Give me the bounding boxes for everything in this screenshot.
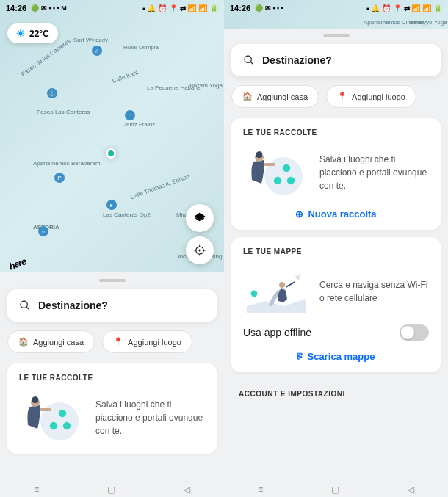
status-time: 14:26 <box>230 4 250 12</box>
screen-map-view: Surf Wyjazdy Hotel Olimpia Calle Kant La… <box>0 0 224 497</box>
svg-point-10 <box>279 282 285 288</box>
home-icon: 🏠 <box>242 92 253 101</box>
home-icon: 🏠 <box>18 337 29 347</box>
svg-rect-5 <box>40 408 51 411</box>
locate-button[interactable] <box>186 236 214 264</box>
search-placeholder: Destinazione? <box>38 300 108 311</box>
poi-marker[interactable]: ▸ <box>106 200 117 210</box>
layers-button[interactable] <box>186 204 214 232</box>
add-place-chip[interactable]: 📍 Aggiungi luogo <box>102 330 192 353</box>
recent-apps-button[interactable]: ≡ <box>34 485 39 495</box>
status-time: 14:26 <box>6 4 26 12</box>
crosshair-icon <box>193 244 206 257</box>
add-home-chip[interactable]: 🏠 Aggiungi casa <box>231 85 319 108</box>
my-location-dot[interactable] <box>106 148 116 159</box>
back-button[interactable]: ◁ <box>184 485 190 495</box>
pin-icon: 📍 <box>113 337 123 347</box>
poi-label: Amaryyo Yoga <box>409 19 447 26</box>
section-title: LE TUE RACCOLTE <box>19 374 205 382</box>
expanded-sheet[interactable]: Destinazione? 🏠 Aggiungi casa 📍 Aggiungi… <box>224 29 448 482</box>
section-title: LE TUE RACCOLTE <box>243 128 429 137</box>
action-label: Scarica mappe <box>308 351 375 362</box>
road-label: Calle Kant <box>112 69 140 84</box>
screen-expanded-sheet: Apartamentos Cinemas Amaryyo Yoga 14:26 … <box>224 0 448 497</box>
status-bar: 14:26 🟢 ✉ ▪ ▪ • ▪ 🔔 ⏰ 📍 ⇄ 📶 📶 🔋 <box>224 0 448 16</box>
search-bar[interactable]: Destinazione? <box>7 289 217 322</box>
poi-marker[interactable]: ⌂ <box>38 226 48 236</box>
svg-point-3 <box>40 402 79 440</box>
shortcut-chips: 🏠 Aggiungi casa 📍 Aggiungi luogo <box>0 330 224 363</box>
download-map-icon: ⎘ <box>297 351 303 362</box>
chip-label: Aggiungi casa <box>257 92 308 101</box>
search-icon <box>19 300 31 311</box>
action-label: Nuova raccolta <box>308 208 376 220</box>
poi-marker[interactable]: ⌂ <box>125 110 135 120</box>
status-system-icons: ▪ 🔔 ⏰ 📍 ⇄ 📶 📶 🔋 <box>366 4 442 12</box>
svg-point-1 <box>199 250 201 252</box>
poi-label: Apartamentos Beraberam <box>33 160 101 167</box>
status-app-icons: 🟢 ✉ ▪ ▪ • <box>255 4 283 12</box>
svg-rect-9 <box>264 163 275 166</box>
collections-section: LE TUE RACCOLTE Salva i luoghi che ti pi… <box>231 118 441 230</box>
status-system-icons: ▪ 🔔 ⏰ 📍 ⇄ 📶 📶 🔋 <box>142 4 218 12</box>
collections-illustration <box>19 392 85 443</box>
poi-label: Jainz Frainz <box>123 121 155 128</box>
account-section-title: ACCOUNT E IMPOSTAZIONI <box>224 380 448 404</box>
chip-label: Aggiungi casa <box>33 338 84 347</box>
chip-label: Aggiungi luogo <box>128 338 181 347</box>
drag-handle[interactable] <box>323 34 350 37</box>
android-nav-bar: ≡ ▢ ◁ <box>0 482 224 497</box>
drag-handle[interactable] <box>99 279 126 282</box>
collections-section: LE TUE RACCOLTE Salva i luoghi che ti pi… <box>7 363 217 454</box>
poi-marker[interactable]: ⚓ <box>47 88 57 98</box>
recent-apps-button[interactable]: ≡ <box>258 485 263 495</box>
collections-illustration <box>243 147 309 198</box>
pin-icon: 📍 <box>337 92 347 101</box>
poi-label: Las Canteras Op2 <box>103 211 151 218</box>
poi-marker[interactable]: ⌂ <box>92 46 102 56</box>
chip-label: Aggiungi luogo <box>352 92 405 101</box>
section-text: Salva i luoghi che ti piacciono e portal… <box>319 153 429 192</box>
weather-chip[interactable]: ☀ 22°C <box>7 23 58 43</box>
status-bar: 14:26 🟢 ✉ ▪ ▪ • M ▪ 🔔 ⏰ 📍 ⇄ 📶 📶 🔋 <box>0 0 224 16</box>
search-icon <box>243 54 255 66</box>
poi-marker[interactable]: P <box>54 173 65 183</box>
section-text: Salva i luoghi che ti piacciono e portal… <box>95 398 205 438</box>
offline-toggle-row: Usa app offline <box>243 317 429 341</box>
svg-point-7 <box>264 157 303 195</box>
new-collection-button[interactable]: ⊕ Nuova raccolta <box>243 208 429 220</box>
bottom-sheet[interactable]: Destinazione? 🏠 Aggiungi casa 📍 Aggiungi… <box>0 272 224 482</box>
weather-temp: 22°C <box>29 29 49 39</box>
road-label: Calle Thomas A. Edison <box>129 173 190 201</box>
shortcut-chips: 🏠 Aggiungi casa 📍 Aggiungi luogo <box>224 85 448 118</box>
maps-illustration <box>243 266 309 317</box>
layers-icon <box>193 211 206 225</box>
plus-circle-icon: ⊕ <box>295 208 303 220</box>
poi-label: Paseo Las Canteras <box>37 109 90 115</box>
toggle-label: Usa app offline <box>243 327 311 338</box>
android-nav-bar: ≡ ▢ ◁ <box>224 482 448 497</box>
status-app-icons: 🟢 ✉ ▪ ▪ • M <box>31 4 67 12</box>
svg-point-6 <box>245 56 251 62</box>
poi-label: Bikram Yoga <box>189 82 223 89</box>
download-maps-button[interactable]: ⎘ Scarica mappe <box>243 351 429 362</box>
poi-label: Surf Wyjazdy <box>73 37 108 43</box>
sun-icon: ☀ <box>16 28 25 39</box>
section-title: LE TUE MAPPE <box>243 247 429 255</box>
offline-toggle[interactable] <box>400 324 429 341</box>
back-button[interactable]: ◁ <box>408 485 414 495</box>
add-place-chip[interactable]: 📍 Aggiungi luogo <box>326 85 416 108</box>
search-placeholder: Destinazione? <box>262 54 332 66</box>
maps-section: LE TUE MAPPE Cerca e naviga senza Wi-Fi … <box>231 237 441 372</box>
svg-point-2 <box>21 301 27 308</box>
poi-label: Hotel Olimpia <box>123 44 159 51</box>
svg-rect-11 <box>286 281 295 288</box>
add-home-chip[interactable]: 🏠 Aggiungi casa <box>7 330 95 353</box>
home-button[interactable]: ▢ <box>331 485 339 495</box>
search-bar[interactable]: Destinazione? <box>231 44 441 76</box>
home-button[interactable]: ▢ <box>107 485 115 495</box>
road-label: Paseo de las Capieras <box>20 37 71 78</box>
section-text: Cerca e naviga senza Wi-Fi o rete cellul… <box>319 278 429 305</box>
